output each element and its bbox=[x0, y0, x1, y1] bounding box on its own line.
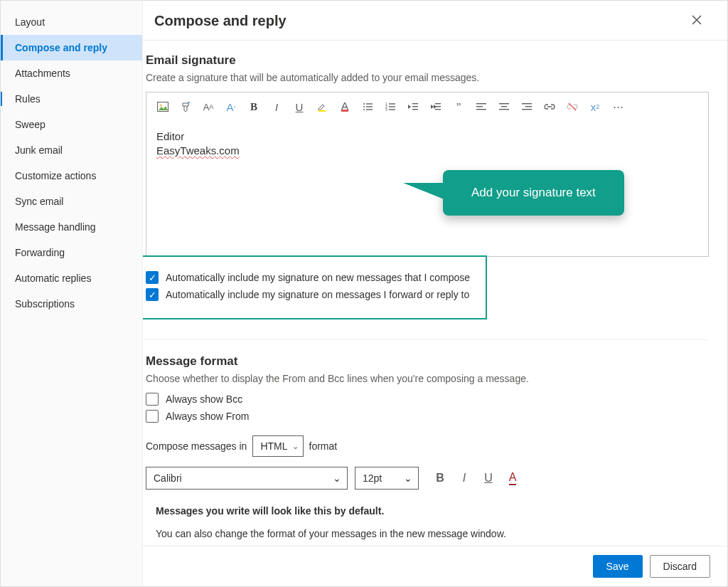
preview-line: Messages you write will look like this b… bbox=[156, 505, 699, 517]
svg-point-7 bbox=[363, 109, 365, 110]
svg-rect-16 bbox=[412, 106, 418, 107]
svg-rect-25 bbox=[501, 106, 507, 107]
close-button[interactable] bbox=[686, 11, 707, 31]
align-left-icon[interactable] bbox=[471, 97, 492, 117]
select-value: Calibri bbox=[154, 472, 182, 484]
indent-icon[interactable] bbox=[425, 97, 446, 117]
svg-rect-17 bbox=[412, 109, 418, 110]
chevron-down-icon: ⌄ bbox=[292, 442, 299, 451]
compose-format-select[interactable]: HTML ⌄ bbox=[252, 435, 303, 457]
svg-rect-10 bbox=[389, 103, 395, 104]
italic-button[interactable]: I bbox=[454, 468, 474, 488]
page-header: Compose and reply bbox=[143, 1, 727, 41]
signature-editor: AA A◦ B I U A 123 ” bbox=[146, 92, 709, 257]
close-icon bbox=[692, 15, 702, 25]
svg-rect-21 bbox=[476, 103, 486, 104]
superscript-icon[interactable]: x2 bbox=[584, 97, 606, 117]
highlight-color-icon[interactable] bbox=[311, 97, 333, 117]
number-list-icon[interactable]: 123 bbox=[380, 97, 401, 117]
section-heading: Email signature bbox=[146, 53, 709, 68]
bullet-list-icon[interactable] bbox=[357, 97, 378, 117]
sidebar-item-compose-and-reply[interactable]: Compose and reply bbox=[1, 35, 142, 60]
checkbox-always-show-from[interactable]: Always show From bbox=[146, 410, 709, 423]
underline-button[interactable]: U bbox=[289, 97, 310, 117]
checkbox-label: Automatically include my signature on me… bbox=[166, 289, 469, 300]
underline-button[interactable]: U bbox=[478, 468, 498, 488]
sidebar-item-junk-email[interactable]: Junk email bbox=[1, 137, 142, 163]
main-panel: Compose and reply Email signature Create… bbox=[143, 1, 727, 586]
svg-rect-12 bbox=[389, 106, 395, 107]
bold-button[interactable]: B bbox=[243, 97, 264, 117]
svg-rect-26 bbox=[499, 109, 509, 110]
chevron-down-icon: ⌄ bbox=[404, 472, 412, 484]
link-icon[interactable] bbox=[539, 97, 560, 117]
checkbox-include-sig-reply[interactable]: ✓ Automatically include my signature on … bbox=[146, 288, 478, 301]
align-right-icon[interactable] bbox=[516, 97, 537, 117]
more-options-icon[interactable]: ⋯ bbox=[607, 97, 628, 117]
editor-toolbar: AA A◦ B I U A 123 ” bbox=[146, 92, 708, 121]
checkbox-always-show-bcc[interactable]: Always show Bcc bbox=[146, 393, 709, 406]
insert-image-icon[interactable] bbox=[152, 97, 173, 117]
font-color-button[interactable]: A bbox=[503, 468, 523, 488]
default-font-row: Calibri ⌄ 12pt ⌄ B I U A bbox=[146, 467, 709, 490]
svg-rect-15 bbox=[412, 103, 418, 104]
sidebar-item-layout[interactable]: Layout bbox=[1, 9, 142, 35]
unlink-icon[interactable] bbox=[562, 97, 583, 117]
svg-rect-23 bbox=[476, 109, 486, 110]
svg-text:3: 3 bbox=[385, 107, 387, 111]
svg-point-1 bbox=[160, 105, 162, 107]
section-divider bbox=[144, 339, 709, 340]
checkbox-label: Always show From bbox=[166, 411, 249, 422]
font-size-decrease-icon[interactable]: AA bbox=[198, 97, 219, 117]
scroll-area[interactable]: Email signature Create a signature that … bbox=[143, 41, 727, 546]
page-title: Compose and reply bbox=[154, 13, 287, 29]
sidebar-item-attachments[interactable]: Attachments bbox=[1, 60, 142, 86]
svg-rect-4 bbox=[366, 103, 373, 104]
svg-rect-2 bbox=[318, 110, 326, 112]
svg-point-5 bbox=[363, 106, 365, 107]
sidebar-item-automatic-replies[interactable]: Automatic replies bbox=[1, 265, 142, 291]
footer-actions: Save Discard bbox=[143, 546, 727, 586]
align-center-icon[interactable] bbox=[493, 97, 515, 117]
svg-rect-22 bbox=[476, 106, 483, 107]
checkbox-icon bbox=[146, 393, 159, 406]
discard-button[interactable]: Discard bbox=[650, 555, 710, 578]
sidebar-item-sync-email[interactable]: Sync email bbox=[1, 189, 142, 214]
checkbox-label: Automatically include my signature on ne… bbox=[166, 272, 470, 283]
checkbox-icon: ✓ bbox=[146, 288, 159, 301]
sidebar-item-rules[interactable]: Rules bbox=[1, 86, 142, 112]
compose-format-row: Compose messages in HTML ⌄ format bbox=[146, 435, 709, 457]
font-select[interactable]: Calibri ⌄ bbox=[146, 467, 348, 490]
format-preview: Messages you write will look like this b… bbox=[146, 498, 709, 546]
italic-button[interactable]: I bbox=[266, 97, 287, 117]
quote-icon[interactable]: ” bbox=[448, 97, 469, 117]
sidebar-item-message-handling[interactable]: Message handling bbox=[1, 214, 142, 240]
sidebar-item-subscriptions[interactable]: Subscriptions bbox=[1, 291, 142, 317]
compose-prefix: Compose messages in bbox=[146, 440, 247, 452]
sidebar-item-customize-actions[interactable]: Customize actions bbox=[1, 163, 142, 189]
font-size-select[interactable]: 12pt ⌄ bbox=[355, 467, 419, 490]
compose-suffix: format bbox=[309, 440, 338, 452]
save-button[interactable]: Save bbox=[593, 555, 643, 578]
chevron-down-icon: ⌄ bbox=[333, 472, 341, 484]
sidebar-item-forwarding[interactable]: Forwarding bbox=[1, 240, 142, 265]
font-size-increase-icon[interactable]: A◦ bbox=[220, 97, 242, 117]
checkbox-icon: ✓ bbox=[146, 271, 159, 284]
svg-rect-28 bbox=[525, 106, 532, 107]
checkbox-icon bbox=[146, 410, 159, 423]
callout-text: Add your signature text bbox=[471, 186, 596, 199]
bold-button[interactable]: B bbox=[430, 468, 450, 488]
svg-point-3 bbox=[363, 103, 365, 105]
format-painter-icon[interactable] bbox=[175, 97, 196, 117]
signature-line: EasyTweaks.com bbox=[156, 144, 698, 158]
preview-line: You can also change the format of your m… bbox=[156, 528, 699, 539]
section-heading: Message format bbox=[146, 354, 709, 369]
svg-rect-29 bbox=[522, 109, 532, 110]
checkbox-label: Always show Bcc bbox=[166, 393, 242, 405]
outdent-icon[interactable] bbox=[402, 97, 424, 117]
font-color-icon[interactable]: A bbox=[334, 97, 355, 117]
annotation-callout: Add your signature text bbox=[443, 170, 624, 216]
sidebar-item-sweep[interactable]: Sweep bbox=[1, 112, 142, 137]
svg-rect-24 bbox=[499, 103, 509, 104]
checkbox-include-sig-new[interactable]: ✓ Automatically include my signature on … bbox=[146, 271, 478, 284]
